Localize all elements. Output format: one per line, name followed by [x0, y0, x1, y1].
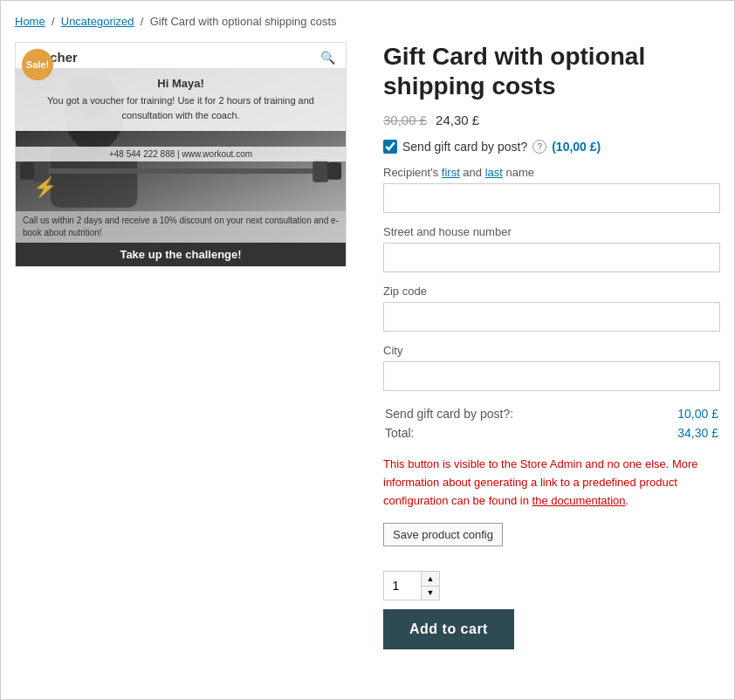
recipient-form-group: Recipient's first and last name [383, 166, 720, 213]
svg-rect-2 [33, 168, 328, 174]
wing-logo-icon: ⚡ [33, 176, 57, 199]
qty-up-button[interactable]: ▲ [422, 572, 439, 586]
summary-post-label: Send gift card by post?: [385, 405, 636, 422]
city-label: City [383, 344, 720, 357]
admin-notice-text-after: . [626, 494, 629, 507]
summary-post-value: 10,00 £ [638, 405, 718, 422]
send-by-post-label[interactable]: Send gift card by post? [402, 140, 527, 154]
recipient-input[interactable] [383, 183, 720, 213]
voucher-phone: +48 544 222 888 | www.workout.com [16, 147, 346, 161]
admin-notice: This button is visible to the Store Admi… [383, 456, 720, 510]
send-by-post-row: Send gift card by post? ? (10,00 £) [383, 140, 720, 154]
price-row: 30,00 £ 24,30 £ [383, 113, 720, 127]
first-highlight: first [442, 166, 460, 179]
recipient-label: Recipient's first and last name [383, 166, 720, 179]
city-form-group: City [383, 344, 720, 391]
main-layout: Sale! Voucher 🔍 [15, 42, 720, 649]
voucher-message: You got a voucher for training! Use it f… [30, 93, 332, 122]
voucher-image-area: ⚡ Hi Maya! You got a voucher for trainin… [16, 68, 346, 243]
save-config-wrapper: Save product config [383, 523, 720, 559]
breadcrumb-category[interactable]: Uncategorized [61, 15, 134, 28]
zip-label: Zip code [383, 285, 720, 298]
svg-rect-4 [20, 162, 34, 180]
product-image-col: Sale! Voucher 🔍 [15, 42, 355, 267]
summary-total-label: Total: [385, 424, 636, 442]
quantity-stepper: ▲ ▼ [383, 571, 440, 600]
voucher-footer-overlay: Call us within 2 days and receive a 10% … [16, 211, 346, 243]
svg-rect-6 [327, 162, 341, 180]
qty-down-button[interactable]: ▼ [422, 586, 439, 600]
voucher-header: Voucher 🔍 [16, 43, 346, 68]
zip-input[interactable] [383, 302, 720, 332]
product-details-col: Gift Card with optional shipping costs 3… [383, 42, 720, 649]
zip-form-group: Zip code [383, 285, 720, 332]
qty-spinners: ▲ ▼ [421, 572, 439, 600]
sale-price: 24,30 £ [436, 113, 479, 127]
product-title: Gift Card with optional shipping costs [383, 42, 720, 100]
summary-post-row: Send gift card by post?: 10,00 £ [385, 405, 718, 422]
breadcrumb: Home / Uncategorized / Gift Card with op… [15, 15, 720, 28]
street-input[interactable] [383, 243, 720, 272]
help-icon[interactable]: ? [532, 140, 546, 154]
street-form-group: Street and house number [383, 225, 720, 272]
search-icon[interactable]: 🔍 [320, 51, 335, 65]
breadcrumb-current: Gift Card with optional shipping costs [150, 15, 337, 28]
sale-badge: Sale! [22, 49, 53, 80]
city-input[interactable] [383, 361, 720, 391]
summary-table: Send gift card by post?: 10,00 £ Total: … [383, 403, 720, 443]
add-to-cart-button[interactable]: Add to cart [383, 609, 514, 649]
summary-total-value: 34,30 £ [638, 424, 718, 442]
summary-total-row: Total: 34,30 £ [385, 424, 718, 442]
breadcrumb-home[interactable]: Home [15, 15, 45, 28]
street-label: Street and house number [383, 225, 720, 238]
voucher-greeting: Hi Maya! [30, 77, 332, 90]
voucher-cta: Take up the challenge! [16, 243, 346, 266]
original-price: 30,00 £ [383, 113, 427, 127]
save-config-button[interactable]: Save product config [383, 523, 503, 546]
voucher-discount-text: Call us within 2 days and receive a 10% … [23, 215, 339, 239]
quantity-input[interactable] [384, 572, 421, 600]
svg-rect-5 [313, 160, 328, 182]
send-by-post-checkbox[interactable] [383, 140, 397, 154]
documentation-link[interactable]: the documentation [532, 494, 626, 507]
voucher-card: Voucher 🔍 [15, 42, 347, 267]
last-highlight: last [485, 166, 503, 179]
qty-row: ▲ ▼ [383, 571, 720, 600]
post-price-highlight: (10,00 £) [552, 140, 601, 154]
voucher-text-overlay: Hi Maya! You got a voucher for training!… [16, 68, 346, 131]
